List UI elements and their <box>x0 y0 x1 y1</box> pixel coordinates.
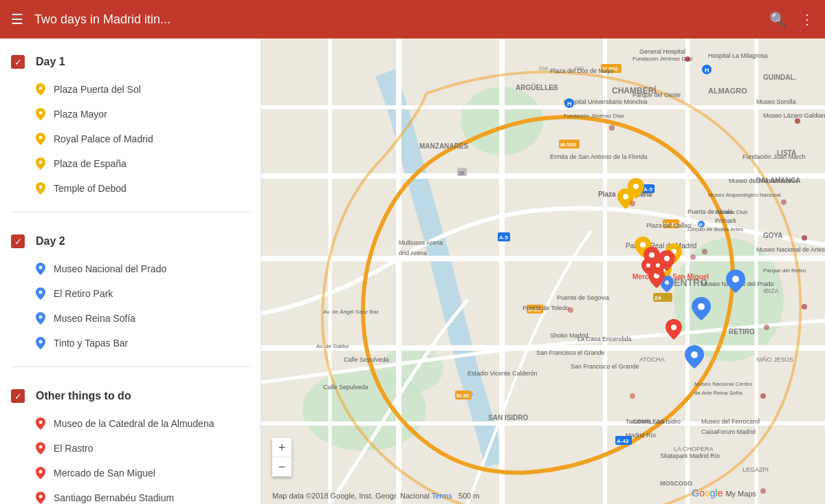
section-day1-header[interactable]: ✓ Day 1 <box>0 50 261 74</box>
yellow-pin-icon <box>36 83 45 96</box>
svg-text:ARGÜELLES: ARGÜELLES <box>516 83 558 91</box>
svg-point-131 <box>630 201 635 206</box>
svg-text:Tanatorio San Isidro: Tanatorio San Isidro <box>626 418 681 425</box>
place-name: Plaza de España <box>54 158 126 169</box>
svg-text:H: H <box>705 67 710 74</box>
place-name: Royal Palace of Madrid <box>54 133 153 144</box>
list-item[interactable]: Museo Nacional del Prado <box>0 256 261 281</box>
svg-point-133 <box>568 307 573 313</box>
other-checkbox[interactable]: ✓ <box>11 389 25 403</box>
blue-pin-icon <box>36 312 45 325</box>
svg-text:Museo Lázaro Galdiano: Museo Lázaro Galdiano <box>763 112 825 119</box>
red-pin-icon <box>36 417 45 430</box>
place-name: Museo de la Catedral de la Almudena <box>54 418 214 429</box>
svg-point-132 <box>630 393 635 399</box>
section-day2-header[interactable]: ✓ Day 2 <box>0 229 261 254</box>
search-icon[interactable]: 🔍 <box>769 11 786 28</box>
list-item[interactable]: Santiago Bernabéu Stadium <box>0 485 261 504</box>
svg-text:Museo Sorolla: Museo Sorolla <box>756 98 796 105</box>
scale-label: 500 m <box>459 492 480 500</box>
place-name: Museo Nacional del Prado <box>54 263 166 274</box>
svg-text:RETIRO: RETIRO <box>729 328 755 336</box>
svg-text:CaixaForum Madrid: CaixaForum Madrid <box>701 428 756 435</box>
more-options-icon[interactable]: ⋮ <box>800 11 814 28</box>
menu-icon[interactable]: ☰ <box>11 11 23 28</box>
svg-text:Fundación Juan March: Fundación Juan March <box>742 153 806 160</box>
svg-text:SAN ISIDRO: SAN ISIDRO <box>488 414 529 421</box>
zoom-in-button[interactable]: + <box>272 438 292 457</box>
svg-text:LA CHOPERA: LA CHOPERA <box>674 446 714 452</box>
svg-text:A-5: A-5 <box>499 234 508 241</box>
divider <box>11 366 250 367</box>
svg-text:2A: 2A <box>654 295 661 301</box>
list-item[interactable]: Mercado de San Miguel <box>0 461 261 485</box>
svg-text:Parque del Oeste: Parque del Oeste <box>632 91 681 98</box>
svg-text:drid Arena: drid Arena <box>399 250 427 256</box>
day1-checkbox[interactable]: ✓ <box>11 55 25 69</box>
svg-text:GOYA: GOYA <box>763 232 783 239</box>
place-name: Temple of Debod <box>54 183 126 194</box>
svg-point-116 <box>649 252 654 258</box>
list-item[interactable]: Royal Palace of Madrid <box>0 127 261 151</box>
svg-text:Hospital La Milagrosa: Hospital La Milagrosa <box>708 52 768 59</box>
svg-text:20A: 20A <box>538 65 549 72</box>
svg-text:Puente de Segovia: Puente de Segovia <box>557 294 609 301</box>
map-area[interactable]: M-500 M-500 M-30 M-30 M-30 A-5 A-5 20B 2… <box>261 39 825 504</box>
svg-text:Madrid Río: Madrid Río <box>626 432 656 439</box>
place-name: Museo Reina Sofía <box>54 313 135 324</box>
google-logo: Google My Maps <box>692 487 756 498</box>
section-other: ✓ Other things to do Museo de la Catedra… <box>0 373 261 504</box>
zoom-out-button[interactable]: − <box>272 457 292 476</box>
svg-text:Ermita de San Antonio de la Fl: Ermita de San Antonio de la Florida <box>550 153 648 160</box>
svg-text:San Francisco el Grande: San Francisco el Grande <box>571 363 639 370</box>
svg-point-137 <box>702 249 707 254</box>
list-item[interactable]: Plaza de España <box>0 151 261 176</box>
section-day1: ✓ Day 1 Plaza Puerta del Sol Plaza Mayor… <box>0 39 261 206</box>
svg-text:Museo del Romanticismo: Museo del Romanticismo <box>729 177 798 184</box>
svg-text:Primark: Primark <box>715 217 736 224</box>
list-item[interactable]: Museo de la Catedral de la Almudena <box>0 411 261 436</box>
svg-point-129 <box>795 118 800 124</box>
svg-text:M-30: M-30 <box>456 393 470 399</box>
svg-text:Hospital Universitario Moncloa: Hospital Universitario Moncloa <box>564 98 648 105</box>
list-item[interactable]: Museo Reina Sofía <box>0 306 261 331</box>
map-attribution: Map data ©2018 Google, Inst. Geogr. Naci… <box>272 492 479 500</box>
app-header: ☰ Two days in Madrid itin... 🔍 ⋮ <box>0 0 825 39</box>
svg-point-119 <box>671 325 676 330</box>
day1-title: Day 1 <box>36 56 65 68</box>
svg-text:Av. de Galitur: Av. de Galitur <box>316 343 349 349</box>
svg-text:Museo Nacional Centro: Museo Nacional Centro <box>694 381 752 387</box>
svg-point-111 <box>633 184 639 189</box>
yellow-pin-icon <box>36 157 45 170</box>
day2-checkbox[interactable]: ✓ <box>11 234 25 248</box>
day2-title: Day 2 <box>36 235 65 248</box>
svg-text:Estadio Vicente Calderón: Estadio Vicente Calderón <box>468 370 537 377</box>
svg-point-134 <box>802 304 807 309</box>
svg-text:Museo Arqueológico Nacional: Museo Arqueológico Nacional <box>708 192 781 198</box>
svg-point-118 <box>664 256 670 261</box>
section-other-header[interactable]: ✓ Other things to do <box>0 384 261 408</box>
svg-point-113 <box>732 276 739 283</box>
yellow-pin-icon <box>36 182 45 195</box>
list-item[interactable]: El Rastro <box>0 436 261 461</box>
svg-text:MOSCOSO: MOSCOSO <box>660 480 692 487</box>
list-item[interactable]: Tinto y Tapas Bar <box>0 331 261 355</box>
list-item[interactable]: Temple of Debod <box>0 176 261 201</box>
section-day2: ✓ Day 2 Museo Nacional del Prado El Reti… <box>0 218 261 361</box>
svg-text:San Francisco el Grande: San Francisco el Grande <box>536 349 605 356</box>
svg-text:P: P <box>699 223 703 228</box>
svg-point-112 <box>698 303 705 310</box>
header-actions: 🔍 ⋮ <box>769 11 814 28</box>
list-item[interactable]: El Retiro Park <box>0 281 261 306</box>
svg-text:de Arte Reina Sofía: de Arte Reina Sofía <box>694 390 742 396</box>
svg-text:ALMAGRO: ALMAGRO <box>708 87 747 95</box>
map-canvas: M-500 M-500 M-30 M-30 M-30 A-5 A-5 20B 2… <box>261 39 825 504</box>
svg-point-140 <box>609 125 615 131</box>
terms-link[interactable]: Terms <box>432 492 452 500</box>
yellow-pin-icon <box>36 108 45 120</box>
list-item[interactable]: Plaza Puerta del Sol <box>0 77 261 102</box>
blue-pin-icon <box>36 263 45 275</box>
svg-text:Fundación Jiménez Díaz: Fundación Jiménez Díaz <box>632 56 693 62</box>
list-item[interactable]: Plaza Mayor <box>0 102 261 127</box>
svg-text:Círculo de Bellas Artes: Círculo de Bellas Artes <box>688 226 743 232</box>
